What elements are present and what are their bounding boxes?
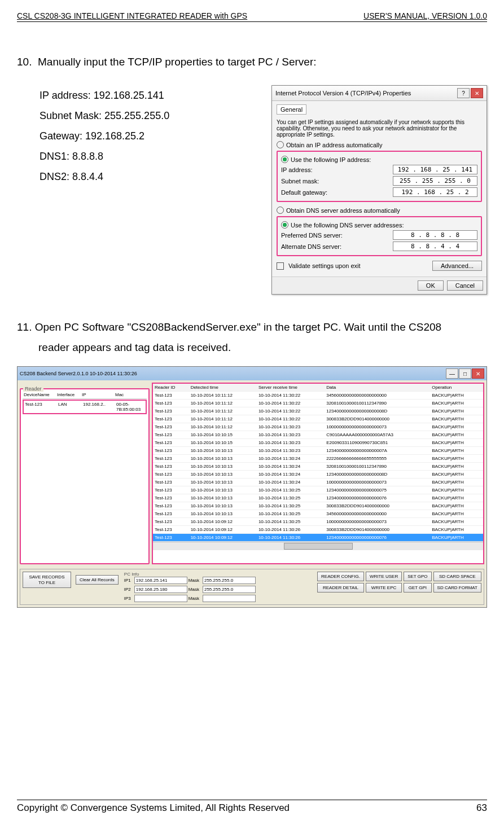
tab-general[interactable]: General — [277, 104, 306, 115]
table-cell: C9010AAAAA0000000000A57A3 — [325, 431, 430, 439]
hdr-interface: Interface — [56, 391, 81, 398]
radio-icon — [281, 221, 288, 229]
table-cell: 10-10-2014 10:11:12 — [189, 423, 257, 431]
ip3-input[interactable] — [134, 595, 187, 602]
minimize-icon[interactable]: — — [446, 368, 458, 379]
table-cell: BACKUP|ARTH — [430, 471, 483, 479]
table-row[interactable]: Test-12310-10-2014 10:09:1210-10-2014 11… — [153, 526, 483, 534]
table-row[interactable]: Test-12310-10-2014 10:10:1310-10-2014 11… — [153, 463, 483, 471]
table-row[interactable]: Test-12310-10-2014 10:10:1310-10-2014 11… — [153, 494, 483, 502]
table-row[interactable]: Test-12310-10-2014 10:09:1210-10-2014 11… — [153, 534, 483, 542]
horizontal-scrollbar[interactable] — [153, 542, 483, 550]
reader-list-row[interactable]: Test-123 LAN 192.168.2.. 00-05-7B:85:00:… — [23, 400, 147, 414]
table-row[interactable]: Test-12310-10-2014 10:10:1310-10-2014 11… — [153, 510, 483, 518]
save-records-button[interactable]: SAVE RECORDS TO FILE — [23, 572, 71, 588]
table-cell: 12340000000000000000007A — [325, 447, 430, 455]
table-cell: 10-10-2014 10:10:15 — [189, 431, 257, 439]
tag-data-panel: Reader ID Detected time Server receive t… — [152, 383, 484, 564]
set-gpo-button[interactable]: SET GPO — [404, 572, 431, 581]
cell-interface: LAN — [57, 401, 82, 413]
table-cell: 10-10-2014 11:30:24 — [257, 463, 325, 471]
dialog-title-text: Internet Protocol Version 4 (TCP/IPv4) P… — [275, 90, 411, 96]
radio-icon — [281, 156, 288, 163]
pref-dns-input[interactable]: 8 . 8 . 8 . 8 — [393, 230, 477, 240]
radio-use-ip[interactable]: Use the following IP address: — [281, 156, 477, 163]
table-cell: 12340000000000000000008D — [325, 471, 430, 479]
subnet-input[interactable]: 255 . 255 . 255 . 0 — [393, 176, 477, 186]
sd-format-button[interactable]: SD CARD FORMAT — [433, 583, 481, 593]
table-row[interactable]: Test-12310-10-2014 10:11:1210-10-2014 11… — [153, 407, 483, 415]
table-row[interactable]: Test-12310-10-2014 10:10:1510-10-2014 11… — [153, 431, 483, 439]
cell-ip: 192.168.2.. — [82, 401, 115, 413]
app-titlebar: CS208 Backend Server2.0.1.0 10-10-2014 1… — [17, 367, 487, 380]
sd-space-button[interactable]: SD CARD SPACE — [433, 572, 481, 581]
table-cell: BACKUP|ARTH — [430, 518, 483, 526]
dns2-line: DNS2: 8.8.4.4 — [40, 166, 238, 187]
table-row[interactable]: Test-12310-10-2014 10:11:1210-10-2014 11… — [153, 415, 483, 423]
radio-use-ip-label: Use the following IP address: — [291, 156, 371, 163]
ip2-input[interactable] — [134, 586, 187, 593]
cancel-button[interactable]: Cancel — [447, 280, 483, 291]
close-icon[interactable]: ✕ — [471, 88, 483, 98]
table-cell: 10-10-2014 10:09:12 — [189, 534, 257, 542]
table-cell: 10-10-2014 11:30:22 — [257, 415, 325, 423]
header-left: CSL CS208-3G INTELLIGENT INTEGRATED READ… — [17, 11, 247, 20]
reader-detail-button[interactable]: READER DETAIL — [317, 583, 364, 593]
radio-obtain-ip-auto[interactable]: Obtain an IP address automatically — [277, 141, 482, 148]
ok-button[interactable]: OK — [418, 280, 444, 291]
table-cell: 10-10-2014 10:11:12 — [189, 392, 257, 400]
ip2-mask-label: Mask — [189, 587, 199, 592]
table-cell: BACKUP|ARTH — [430, 407, 483, 415]
validate-checkbox[interactable] — [277, 262, 284, 270]
radio-icon — [277, 141, 284, 148]
table-cell: Test-123 — [153, 423, 189, 431]
hdr-mac: Mac — [114, 391, 147, 398]
ip1-input[interactable] — [134, 577, 187, 584]
ip1-label: IP1 — [124, 578, 131, 583]
table-row[interactable]: Test-12310-10-2014 10:10:1310-10-2014 11… — [153, 486, 483, 494]
table-row[interactable]: Test-12310-10-2014 10:10:1310-10-2014 11… — [153, 479, 483, 486]
dns1-line: DNS1: 8.8.8.8 — [40, 146, 238, 166]
ip1-mask-input[interactable] — [203, 577, 256, 584]
backend-server-window: CS208 Backend Server2.0.1.0 10-10-2014 1… — [17, 366, 487, 608]
advanced-button[interactable]: Advanced... — [432, 261, 482, 271]
write-epc-button[interactable]: WRITE EPC — [366, 583, 402, 593]
ip3-mask-input[interactable] — [203, 595, 256, 602]
gateway-input[interactable]: 192 . 168 . 25 . 2 — [393, 187, 477, 197]
dialog-titlebar: Internet Protocol Version 4 (TCP/IPv4) P… — [272, 86, 487, 101]
table-cell: Test-123 — [153, 479, 189, 486]
ip2-mask-input[interactable] — [203, 586, 256, 593]
ip-address-input[interactable]: 192 . 168 . 25 . 141 — [393, 165, 477, 174]
clear-records-button[interactable]: Clear All Records — [76, 575, 119, 585]
alt-dns-input[interactable]: 8 . 8 . 4 . 4 — [393, 242, 477, 251]
table-row[interactable]: Test-12310-10-2014 10:11:1210-10-2014 11… — [153, 423, 483, 431]
radio-use-dns[interactable]: Use the following DNS server addresses: — [281, 221, 477, 229]
table-row[interactable]: Test-12310-10-2014 10:09:1210-10-2014 11… — [153, 518, 483, 526]
table-row[interactable]: Test-12310-10-2014 10:10:1310-10-2014 11… — [153, 471, 483, 479]
table-cell: 10-10-2014 11:30:26 — [257, 534, 325, 542]
reader-list-panel: DeviceName Interface IP Mac Test-123 LAN… — [20, 388, 150, 564]
reader-config-button[interactable]: READER CONFIG. — [317, 572, 364, 581]
get-gpi-button[interactable]: GET GPI — [404, 583, 431, 593]
table-row[interactable]: Test-12310-10-2014 10:11:1210-10-2014 11… — [153, 392, 483, 400]
table-cell: 10-10-2014 11:30:23 — [257, 423, 325, 431]
help-icon[interactable]: ? — [457, 88, 470, 98]
table-cell: Test-123 — [153, 486, 189, 494]
table-cell: Test-123 — [153, 510, 189, 518]
close-icon[interactable]: ✕ — [472, 368, 484, 379]
maximize-icon[interactable]: □ — [459, 368, 471, 379]
th-detected-time: Detected time — [189, 384, 257, 392]
table-cell: BACKUP|ARTH — [430, 455, 483, 463]
table-cell: 10-10-2014 11:30:25 — [257, 510, 325, 518]
pc-info-label: PC Info — [124, 572, 253, 577]
th-operation: Operation — [430, 384, 483, 392]
table-row[interactable]: Test-12310-10-2014 10:10:1510-10-2014 11… — [153, 439, 483, 447]
table-row[interactable]: Test-12310-10-2014 10:11:1210-10-2014 11… — [153, 400, 483, 407]
table-cell: 10-10-2014 10:10:13 — [189, 447, 257, 455]
table-row[interactable]: Test-12310-10-2014 10:10:1310-10-2014 11… — [153, 502, 483, 510]
table-row[interactable]: Test-12310-10-2014 10:10:1310-10-2014 11… — [153, 455, 483, 463]
write-user-button[interactable]: WRITE USER — [366, 572, 402, 581]
table-cell: 10-10-2014 10:10:13 — [189, 479, 257, 486]
radio-obtain-dns-auto[interactable]: Obtain DNS server address automatically — [277, 207, 482, 214]
table-row[interactable]: Test-12310-10-2014 10:10:1310-10-2014 11… — [153, 447, 483, 455]
